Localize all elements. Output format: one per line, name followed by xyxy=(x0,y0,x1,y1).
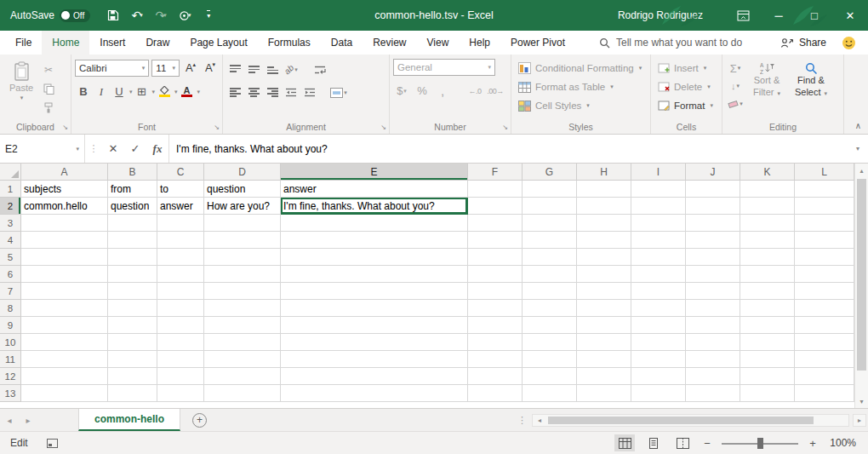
copy-button[interactable] xyxy=(39,81,58,96)
cell-J12[interactable] xyxy=(686,368,740,385)
zoom-slider-thumb[interactable] xyxy=(757,438,763,449)
normal-view-button[interactable] xyxy=(614,434,635,451)
cell-L7[interactable] xyxy=(795,283,854,300)
format-painter-button[interactable] xyxy=(39,100,58,115)
cell-I5[interactable] xyxy=(631,249,686,266)
cell-J2[interactable] xyxy=(686,198,740,215)
cell-C9[interactable] xyxy=(157,317,204,334)
row-header-8[interactable]: 8 xyxy=(0,300,21,317)
cell-J1[interactable] xyxy=(686,181,740,198)
row-header-1[interactable]: 1 xyxy=(0,181,21,198)
zoom-out-button[interactable]: − xyxy=(701,437,713,450)
cell-E8[interactable] xyxy=(281,300,468,317)
increase-indent-button[interactable] xyxy=(301,83,318,101)
cell-F11[interactable] xyxy=(468,351,523,368)
feedback-smiley-icon[interactable] xyxy=(842,36,856,50)
cell-J9[interactable] xyxy=(686,317,740,334)
fill-color-button[interactable] xyxy=(156,83,173,101)
align-center-button[interactable] xyxy=(245,83,262,101)
cell-L13[interactable] xyxy=(795,385,854,402)
column-header-A[interactable]: A xyxy=(21,164,108,181)
cell-B11[interactable] xyxy=(108,351,157,368)
cell-H5[interactable] xyxy=(577,249,631,266)
cell-C12[interactable] xyxy=(157,368,204,385)
cell-A1[interactable]: subjects xyxy=(21,181,108,198)
cell-I13[interactable] xyxy=(631,385,686,402)
cell-K8[interactable] xyxy=(740,300,795,317)
column-header-I[interactable]: I xyxy=(631,164,686,181)
tab-review[interactable]: Review xyxy=(363,31,416,55)
cell-J4[interactable] xyxy=(686,232,740,249)
cell-K12[interactable] xyxy=(740,368,795,385)
cell-E6[interactable] xyxy=(281,266,468,283)
scroll-up-icon[interactable]: ▴ xyxy=(855,164,868,177)
column-header-B[interactable]: B xyxy=(108,164,157,181)
cell-F3[interactable] xyxy=(468,215,523,232)
autosave-switch[interactable]: Off xyxy=(60,9,90,22)
cell-J10[interactable] xyxy=(686,334,740,351)
font-size-combobox[interactable]: 11 ▾ xyxy=(151,60,180,77)
cell-D12[interactable] xyxy=(204,368,281,385)
close-button[interactable]: ✕ xyxy=(832,0,868,31)
cell-J11[interactable] xyxy=(686,351,740,368)
cell-H11[interactable] xyxy=(577,351,631,368)
cell-I8[interactable] xyxy=(631,300,686,317)
cell-D4[interactable] xyxy=(204,232,281,249)
cell-G7[interactable] xyxy=(523,283,577,300)
cell-G1[interactable] xyxy=(523,181,577,198)
cell-E3[interactable] xyxy=(281,215,468,232)
decrease-indent-button[interactable] xyxy=(283,83,300,101)
cell-B2[interactable]: question xyxy=(108,198,157,215)
format-cells-button[interactable]: Format ▾ xyxy=(654,96,718,115)
cell-A9[interactable] xyxy=(21,317,108,334)
tab-insert[interactable]: Insert xyxy=(89,31,135,55)
cell-L5[interactable] xyxy=(795,249,854,266)
borders-button[interactable]: ⊞ xyxy=(134,83,151,101)
cell-L8[interactable] xyxy=(795,300,854,317)
row-header-3[interactable]: 3 xyxy=(0,215,21,232)
cell-I2[interactable] xyxy=(631,198,686,215)
cell-B5[interactable] xyxy=(108,249,157,266)
cell-J3[interactable] xyxy=(686,215,740,232)
tab-splitter-handle[interactable]: ⋮ xyxy=(517,415,527,426)
chevron-down-icon[interactable]: ▾ xyxy=(152,89,156,95)
cell-D5[interactable] xyxy=(204,249,281,266)
add-sheet-button[interactable]: + xyxy=(192,413,207,428)
cell-I12[interactable] xyxy=(631,368,686,385)
save-button[interactable] xyxy=(102,4,124,26)
paste-button[interactable]: Paste ▾ xyxy=(3,59,39,120)
accounting-format-button[interactable]: $▾ xyxy=(393,82,410,100)
sheet-nav-prev-button[interactable]: ◂ xyxy=(0,409,19,431)
cell-H6[interactable] xyxy=(577,266,631,283)
fill-button[interactable]: ↓▾ xyxy=(726,78,745,94)
percent-style-button[interactable]: % xyxy=(414,82,431,100)
chevron-down-icon[interactable]: ▾ xyxy=(129,89,133,95)
align-right-button[interactable] xyxy=(264,83,281,101)
cell-L12[interactable] xyxy=(795,368,854,385)
cell-I1[interactable] xyxy=(631,181,686,198)
cell-F13[interactable] xyxy=(468,385,523,402)
cell-A5[interactable] xyxy=(21,249,108,266)
autosave-toggle[interactable]: AutoSave Off xyxy=(10,9,90,22)
vertical-scroll-thumb[interactable] xyxy=(857,179,866,371)
cell-D3[interactable] xyxy=(204,215,281,232)
cell-B7[interactable] xyxy=(108,283,157,300)
cell-E2[interactable]: I'm fine, thanks. What about you? xyxy=(281,198,468,215)
cell-D10[interactable] xyxy=(204,334,281,351)
row-header-12[interactable]: 12 xyxy=(0,368,21,385)
cell-E13[interactable] xyxy=(281,385,468,402)
touch-mouse-mode-button[interactable]: ▾ xyxy=(174,4,196,26)
column-header-E[interactable]: E xyxy=(281,164,468,181)
cell-B1[interactable]: from xyxy=(108,181,157,198)
column-header-K[interactable]: K xyxy=(740,164,795,181)
customize-qat-button[interactable]: ▾ xyxy=(197,4,220,26)
cell-K13[interactable] xyxy=(740,385,795,402)
cell-A2[interactable]: common.hello xyxy=(21,198,108,215)
comma-style-button[interactable]: , xyxy=(434,82,451,100)
cell-H4[interactable] xyxy=(577,232,631,249)
cell-E5[interactable] xyxy=(281,249,468,266)
align-bottom-button[interactable] xyxy=(264,60,281,78)
cell-A13[interactable] xyxy=(21,385,108,402)
row-header-7[interactable]: 7 xyxy=(0,283,21,300)
cell-A11[interactable] xyxy=(21,351,108,368)
